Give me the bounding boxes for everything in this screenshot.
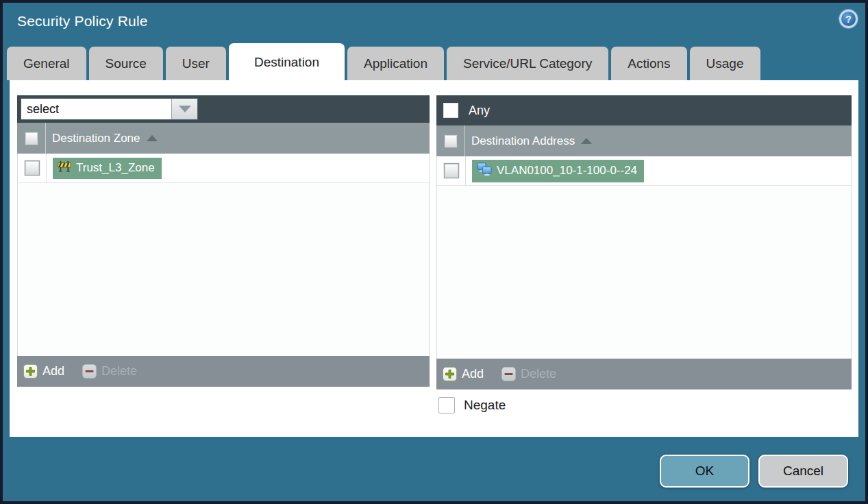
zone-select-all-checkbox[interactable] — [25, 132, 38, 145]
zone-row-checkbox-cell — [18, 154, 47, 182]
address-add-label: Add — [462, 367, 484, 381]
tab-user[interactable]: User — [166, 47, 226, 80]
cancel-button[interactable]: Cancel — [758, 455, 848, 488]
tab-bar: General Source User Destination Applicat… — [7, 43, 763, 80]
address-chip[interactable]: VLAN0100_10-1-100-0--24 — [472, 160, 644, 182]
address-row-checkbox[interactable] — [444, 163, 459, 178]
address-row-checkbox-cell — [437, 156, 466, 185]
zone-list: Trust_L3_Zone — [17, 154, 430, 356]
address-add-button[interactable]: Add — [443, 367, 484, 381]
zone-select-bar — [17, 95, 430, 123]
negate-label: Negate — [464, 398, 506, 413]
help-glyph: ? — [845, 14, 852, 24]
zone-row[interactable]: Trust_L3_Zone — [18, 154, 429, 183]
help-icon[interactable]: ? — [839, 10, 858, 28]
address-footer-bar: Add Delete — [436, 359, 852, 389]
dialog-title: Security Policy Rule — [17, 13, 148, 29]
destination-address-panel: Any Destination Address — [436, 95, 852, 389]
minus-icon — [501, 367, 516, 381]
sort-ascending-icon — [581, 138, 592, 144]
network-address-icon — [477, 163, 492, 179]
tab-actions[interactable]: Actions — [611, 47, 686, 80]
address-select-all-cell — [436, 125, 465, 156]
zone-footer-bar: Add Delete — [17, 356, 430, 387]
security-policy-rule-dialog: Security Policy Rule ? General Source Us… — [0, 0, 868, 504]
zone-chip[interactable]: Trust_L3_Zone — [53, 158, 162, 179]
chevron-down-icon — [179, 106, 191, 112]
destination-tab-content: Destination Zone — [10, 80, 858, 437]
zone-add-button[interactable]: Add — [23, 364, 64, 379]
address-select-all-checkbox[interactable] — [444, 134, 458, 148]
zone-column-header[interactable]: Destination Zone — [52, 132, 140, 145]
address-row[interactable]: VLAN0100_10-1-100-0--24 — [437, 156, 851, 186]
zone-delete-label: Delete — [101, 364, 137, 379]
address-chip-label: VLAN0100_10-1-100-0--24 — [497, 164, 637, 178]
zone-select-input[interactable] — [21, 99, 171, 119]
zone-delete-button[interactable]: Delete — [82, 364, 137, 379]
address-delete-label: Delete — [521, 367, 556, 381]
address-column-header[interactable]: Destination Address — [471, 134, 575, 148]
negate-checkbox[interactable] — [438, 397, 455, 413]
tab-usage[interactable]: Usage — [690, 47, 760, 80]
zone-column-header-row: Destination Zone — [17, 123, 430, 154]
ok-button[interactable]: OK — [660, 455, 749, 488]
tab-source[interactable]: Source — [89, 47, 163, 80]
any-bar: Any — [436, 95, 852, 125]
address-delete-button[interactable]: Delete — [501, 367, 556, 381]
tab-general[interactable]: General — [7, 47, 86, 80]
plus-icon — [443, 367, 457, 381]
zone-select-dropdown-button[interactable] — [171, 99, 197, 119]
zone-row-checkbox[interactable] — [25, 160, 40, 176]
dialog-frame: Security Policy Rule ? General Source Us… — [3, 3, 865, 501]
negate-option: Negate — [438, 397, 506, 413]
tab-service-url-category[interactable]: Service/URL Category — [447, 47, 608, 80]
zone-select-combo — [21, 98, 198, 120]
zone-chip-label: Trust_L3_Zone — [76, 161, 155, 175]
any-label: Any — [469, 104, 490, 118]
zone-add-label: Add — [42, 364, 64, 379]
destination-zone-panel: Destination Zone — [17, 95, 430, 387]
tab-destination[interactable]: Destination — [229, 43, 345, 80]
zone-select-all-cell — [17, 123, 46, 154]
sort-ascending-icon — [147, 135, 158, 141]
any-checkbox[interactable] — [443, 103, 458, 118]
address-list: VLAN0100_10-1-100-0--24 — [436, 156, 852, 359]
address-column-header-row: Destination Address — [436, 125, 852, 156]
zone-icon — [58, 160, 71, 176]
tab-application[interactable]: Application — [347, 47, 444, 80]
plus-icon — [23, 364, 38, 379]
minus-icon — [82, 364, 97, 379]
